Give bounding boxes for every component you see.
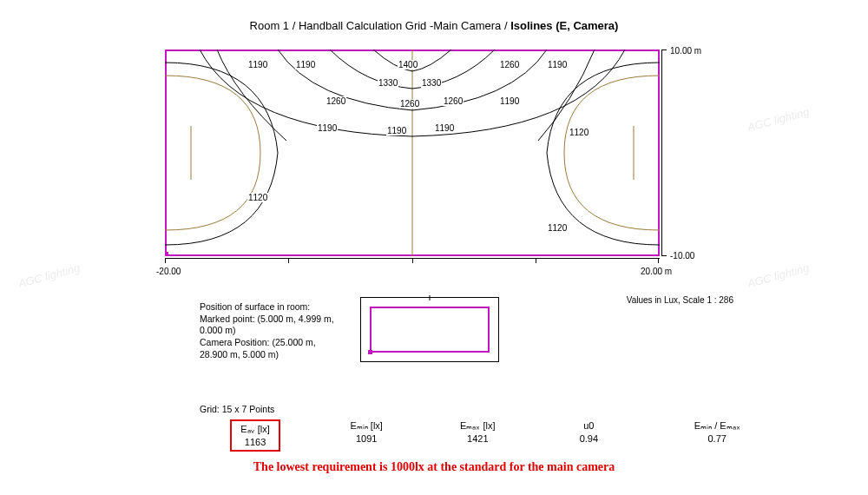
grid-note: Grid: 15 x 7 Points [200,404,868,414]
title-part1: Room 1 / Handball Calculation Grid -Main… [250,19,511,32]
eav-value: 1163 [240,436,269,448]
iso-value: 1190 [295,60,316,69]
summary-row: Eₐᵥ [lx] 1163 Eₘᵢₙ [lx] 1091 Eₘₐₓ [lx] 1… [200,419,790,452]
mini-court-boundary [370,307,490,353]
y-axis-top-label: 10.00 m [670,46,701,56]
mini-top-tick [430,295,431,300]
iso-value: 1190 [247,60,268,69]
iso-value: 1190 [434,123,455,133]
summary-ratio: Eₘᵢₙ / Eₘₐₓ 0.77 [644,419,790,452]
court-boundary [165,50,660,256]
x-axis-left-label: -20.00 [156,267,181,276]
summary-u0: u0 0.94 [533,419,644,452]
iso-value: 1120 [247,193,268,202]
y-axis-bottom-label: -10.00 [670,251,694,261]
ratio-label: Eₘᵢₙ / Eₘₐₓ [644,419,790,432]
summary-eav: Eₐᵥ [lx] 1163 [200,419,311,452]
x-axis-right-label: 20.00 m [641,267,672,276]
emax-value: 1421 [422,432,533,445]
iso-value: 1120 [547,223,568,233]
u0-value: 0.94 [533,432,644,445]
emax-label: Eₘₐₓ [lx] [422,419,533,432]
ratio-value: 0.77 [644,432,790,445]
iso-value: 1260 [499,60,520,69]
footer-requirement-note: The lowest requirement is 1000lx at the … [0,460,868,474]
watermark: AGC lighting [746,105,810,134]
summary-emin: Eₘᵢₙ [lx] 1091 [311,419,422,452]
iso-value: 1260 [326,96,346,106]
eav-highlight-box: Eₐᵥ [lx] 1163 [230,419,279,452]
eav-label: Eₐᵥ [lx] [240,423,269,435]
iso-value: 1400 [398,60,418,69]
watermark: AGC lighting [746,261,810,290]
iso-value: 1260 [399,99,420,109]
emin-value: 1091 [311,432,422,445]
title-part2: Isolines (E, Camera) [510,19,618,32]
info-block: Position of surface in room: Marked poin… [200,301,720,360]
emin-label: Eₘᵢₙ [lx] [311,419,422,432]
iso-value: 1190 [386,126,407,135]
iso-value: 1190 [499,96,520,106]
iso-value: 1120 [569,128,589,137]
y-axis-line [661,50,662,256]
mini-court-overview [360,297,499,362]
mini-marked-point [368,350,372,354]
watermark: AGC lighting [16,261,81,290]
iso-value: 1260 [443,96,464,106]
u0-label: u0 [533,419,644,432]
iso-value: 1190 [547,60,568,69]
x-axis-line [165,258,660,259]
isoline-chart: 1190 1190 1400 1260 1190 1330 1330 1260 … [156,50,712,275]
page-title: Room 1 / Handball Calculation Grid -Main… [0,0,868,41]
iso-value: 1330 [378,78,398,88]
iso-value: 1330 [421,78,442,88]
summary-emax: Eₘₐₓ [lx] 1421 [422,419,533,452]
iso-value: 1190 [317,123,338,133]
